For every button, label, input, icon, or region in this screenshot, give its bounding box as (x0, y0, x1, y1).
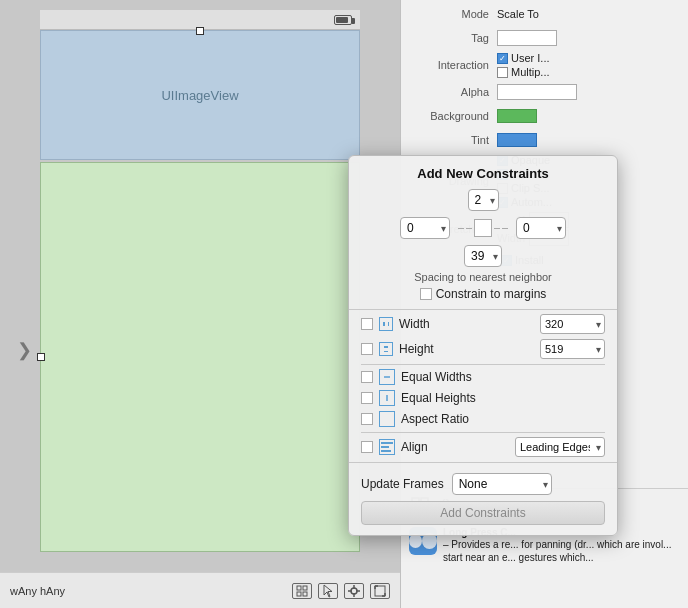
add-constraints-label: Add Constraints (440, 506, 525, 520)
background-color[interactable] (497, 109, 537, 123)
dash-right (494, 228, 500, 229)
user-interaction-check[interactable]: User I... (497, 52, 550, 64)
equal-widths-row: Equal Widths (361, 369, 605, 385)
constrain-margins-row: Constrain to margins (361, 287, 605, 301)
update-frames-label: Update Frames (361, 477, 444, 491)
green-view[interactable] (40, 162, 360, 552)
update-frames-wrapper[interactable]: None (452, 473, 552, 495)
aspect-ratio-row: Aspect Ratio (361, 411, 605, 427)
popup-title: Add New Constraints (349, 166, 617, 181)
svg-rect-10 (375, 586, 385, 596)
ui-image-view[interactable]: UIImageView (40, 30, 360, 160)
spacing-label: Spacing to nearest neighbor (361, 271, 605, 283)
bottom-icons (292, 583, 390, 599)
height-row: Height 519 (361, 339, 605, 359)
equal-widths-label: Equal Widths (401, 370, 605, 384)
width-value-wrapper[interactable]: 320 (540, 314, 605, 334)
main-container: UIImageView ❯ wAny hAny (0, 0, 688, 608)
align-value-select[interactable]: Leading Edges (515, 437, 605, 457)
ui-image-view-label: UIImageView (161, 88, 238, 103)
bottom-spacing-wrapper[interactable]: 39 (464, 245, 502, 267)
mode-label: Mode (409, 8, 489, 20)
aspect-ratio-label: Aspect Ratio (401, 412, 605, 426)
svg-rect-2 (297, 592, 301, 596)
handle-top[interactable] (196, 27, 204, 35)
resize-icon[interactable] (370, 583, 390, 599)
svg-rect-0 (297, 586, 301, 590)
equal-heights-icon (379, 390, 395, 406)
align-label: Align (401, 440, 509, 454)
height-icon (379, 342, 393, 356)
align-checkbox[interactable] (361, 441, 373, 453)
size-class-label: wAny hAny (10, 585, 65, 597)
width-row: Width 320 (361, 314, 605, 334)
equal-heights-row: Equal Heights (361, 390, 605, 406)
top-spacing-select[interactable]: 2 (468, 189, 499, 211)
battery-icon (334, 15, 352, 25)
background-row: Background (409, 106, 680, 126)
aspect-ratio-checkbox[interactable] (361, 413, 373, 425)
tint-color[interactable] (497, 133, 537, 147)
separator3 (361, 432, 605, 433)
left-value-wrapper[interactable]: 0 (400, 217, 450, 239)
multip-check[interactable]: Multip... (497, 66, 550, 78)
width-label: Width (399, 317, 534, 331)
alpha-label: Alpha (409, 86, 489, 98)
right-spacing-select[interactable]: 0 (516, 217, 566, 239)
width-icon (379, 317, 393, 331)
tag-row: Tag (409, 28, 680, 48)
interaction-row: Interaction User I... Multip... (409, 52, 680, 78)
pin-icon[interactable] (344, 583, 364, 599)
update-frames-row: Update Frames None (349, 467, 617, 501)
mode-row: Mode Scale To (409, 4, 680, 24)
width-checkbox[interactable] (361, 318, 373, 330)
constraint-center-visual (458, 219, 508, 237)
bottom-spacing-select[interactable]: 39 (464, 245, 502, 267)
svg-rect-1 (303, 586, 307, 590)
dash-right2 (502, 228, 508, 229)
multip-checkbox[interactable] (497, 67, 508, 78)
height-value-wrapper[interactable]: 519 (540, 339, 605, 359)
cursor-icon[interactable] (318, 583, 338, 599)
svg-marker-4 (324, 585, 332, 597)
alpha-row: Alpha (409, 82, 680, 102)
top-spacing-select-wrapper[interactable]: 2 (468, 189, 499, 211)
align-value-wrapper[interactable]: Leading Edges (515, 437, 605, 457)
add-constraints-button[interactable]: Add Constraints (361, 501, 605, 525)
align-icon (379, 439, 395, 455)
constraint-checks: Width 320 Height 519 (349, 314, 617, 457)
dash-left2 (466, 228, 472, 229)
user-interaction-checkbox[interactable] (497, 53, 508, 64)
dash-left (458, 228, 464, 229)
right-value-wrapper[interactable]: 0 (516, 217, 566, 239)
alpha-field[interactable] (497, 84, 577, 100)
tint-label: Tint (409, 134, 489, 146)
tag-label: Tag (409, 32, 489, 44)
height-checkbox[interactable] (361, 343, 373, 355)
handle-left[interactable] (37, 353, 45, 361)
svg-rect-3 (303, 592, 307, 596)
tag-field[interactable] (497, 30, 557, 46)
equal-widths-icon (379, 369, 395, 385)
equal-widths-checkbox[interactable] (361, 371, 373, 383)
equal-heights-checkbox[interactable] (361, 392, 373, 404)
center-box (474, 219, 492, 237)
height-value-select[interactable]: 519 (540, 339, 605, 359)
constraint-middle: 0 0 (361, 217, 605, 239)
gesture-desc: – Provides a re... for panning (dr... wh… (443, 538, 681, 564)
width-value-select[interactable]: 320 (540, 314, 605, 334)
constrain-margins-checkbox[interactable] (420, 288, 432, 300)
add-constraints-popup: Add New Constraints 2 0 (348, 155, 618, 536)
bottom-spacing-row: 39 (361, 245, 605, 267)
arrow-left: ❯ (12, 340, 36, 360)
left-spacing-select[interactable]: 0 (400, 217, 450, 239)
update-frames-select[interactable]: None (452, 473, 552, 495)
canvas-area: UIImageView ❯ wAny hAny (0, 0, 400, 608)
bottom-bar: wAny hAny (0, 572, 400, 608)
equal-heights-label: Equal Heights (401, 391, 605, 405)
aspect-ratio-icon (379, 411, 395, 427)
background-label: Background (409, 110, 489, 122)
grid-icon[interactable] (292, 583, 312, 599)
constrain-margins-label: Constrain to margins (436, 287, 547, 301)
align-row: Align Leading Edges (361, 437, 605, 457)
